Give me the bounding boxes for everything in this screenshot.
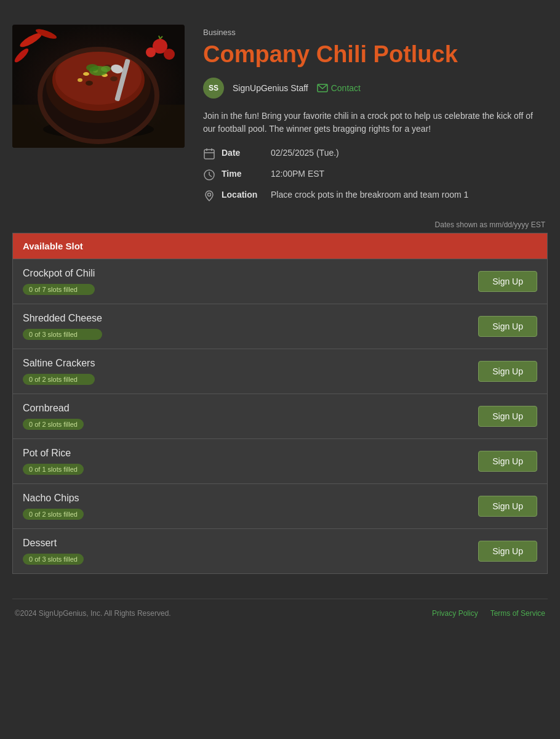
organizer-name: SignUpGenius Staff xyxy=(233,83,308,93)
event-title: Company Chili Potluck xyxy=(203,42,548,68)
sign-up-button[interactable]: Sign Up xyxy=(478,406,537,427)
event-description: Join in the fun! Bring your favorite chi… xyxy=(203,110,548,135)
svg-rect-29 xyxy=(204,150,214,159)
event-image-container xyxy=(12,25,185,148)
footer: ©2024 SignUpGenius, Inc. All Rights Rese… xyxy=(12,599,548,628)
slot-name: Saltine Crackers xyxy=(23,358,95,369)
terms-of-service-link[interactable]: Terms of Service xyxy=(490,609,545,618)
slot-row: Saltine Crackers 0 of 2 slots filled Sig… xyxy=(13,349,548,394)
event-header: Business Company Chili Potluck SS SignUp… xyxy=(12,12,548,202)
svg-point-10 xyxy=(78,78,82,82)
slot-row: Dessert 0 of 3 slots filled Sign Up xyxy=(13,528,548,574)
slot-name: Dessert xyxy=(23,538,84,549)
svg-point-20 xyxy=(164,49,175,60)
slot-badge: 0 of 1 slots filled xyxy=(23,464,84,475)
slot-info: Shredded Cheese 0 of 3 slots filled xyxy=(23,313,102,340)
time-value: 12:00PM EST xyxy=(271,169,324,179)
slot-badge: 0 of 3 slots filled xyxy=(23,554,84,565)
mail-icon xyxy=(317,84,328,92)
svg-point-12 xyxy=(86,81,93,86)
slot-info: Crockpot of Chili 0 of 7 slots filled xyxy=(23,268,95,295)
event-organizer: SS SignUpGenius Staff Contact xyxy=(203,78,548,99)
slot-row: Crockpot of Chili 0 of 7 slots filled Si… xyxy=(13,259,548,304)
calendar-icon xyxy=(203,148,215,160)
privacy-policy-link[interactable]: Privacy Policy xyxy=(432,609,478,618)
slot-name: Crockpot of Chili xyxy=(23,268,95,279)
time-label: Time xyxy=(222,169,265,179)
slot-row: Cornbread 0 of 2 slots filled Sign Up xyxy=(13,394,548,438)
contact-link[interactable]: Contact xyxy=(317,83,361,93)
svg-point-16 xyxy=(101,66,111,72)
slots-header: Available Slot xyxy=(13,233,548,259)
slot-badge: 0 of 7 slots filled xyxy=(23,284,95,295)
slot-row: Nacho Chips 0 of 2 slots filled Sign Up xyxy=(13,483,548,528)
sign-up-button[interactable]: Sign Up xyxy=(478,361,537,382)
slot-name: Nacho Chips xyxy=(23,493,84,504)
location-row: Location Place crock pots in the breakro… xyxy=(203,190,548,202)
slot-info: Dessert 0 of 3 slots filled xyxy=(23,538,84,565)
sign-up-button[interactable]: Sign Up xyxy=(478,496,537,517)
event-details: Date 02/25/2025 (Tue.) Time 12:00PM EST xyxy=(203,148,548,202)
sign-up-button[interactable]: Sign Up xyxy=(478,451,537,472)
contact-label: Contact xyxy=(331,83,361,93)
slot-name: Cornbread xyxy=(23,403,84,414)
event-info: Business Company Chili Potluck SS SignUp… xyxy=(203,25,548,202)
slot-name: Shredded Cheese xyxy=(23,313,102,324)
footer-links: Privacy Policy Terms of Service xyxy=(432,609,545,618)
slot-info: Nacho Chips 0 of 2 slots filled xyxy=(23,493,84,520)
date-value: 02/25/2025 (Tue.) xyxy=(271,148,339,158)
svg-point-15 xyxy=(86,64,98,71)
slot-row: Pot of Rice 0 of 1 slots filled Sign Up xyxy=(13,438,548,483)
sign-up-button[interactable]: Sign Up xyxy=(478,271,537,292)
date-row: Date 02/25/2025 (Tue.) xyxy=(203,148,548,160)
event-image xyxy=(12,25,185,148)
slots-section: Dates shown as mm/dd/yyyy EST Available … xyxy=(12,220,548,574)
slot-badge: 0 of 2 slots filled xyxy=(23,509,84,520)
slot-row: Shredded Cheese 0 of 3 slots filled Sign… xyxy=(13,304,548,349)
event-image-svg xyxy=(12,25,185,148)
organizer-avatar: SS xyxy=(203,78,224,99)
slot-info: Saltine Crackers 0 of 2 slots filled xyxy=(23,358,95,385)
svg-point-36 xyxy=(208,193,211,196)
sign-up-button[interactable]: Sign Up xyxy=(478,541,537,562)
date-label: Date xyxy=(222,148,265,158)
event-category: Business xyxy=(203,28,548,37)
slots-table: Available Slot Crockpot of Chili 0 of 7 … xyxy=(12,233,548,574)
slot-badge: 0 of 2 slots filled xyxy=(23,374,95,385)
svg-point-21 xyxy=(146,47,156,57)
sign-up-button[interactable]: Sign Up xyxy=(478,316,537,337)
location-icon xyxy=(203,190,215,202)
svg-point-13 xyxy=(110,76,118,81)
location-value: Place crock pots in the breakroom and te… xyxy=(271,190,468,200)
dates-note: Dates shown as mm/dd/yyyy EST xyxy=(12,220,548,229)
slot-info: Pot of Rice 0 of 1 slots filled xyxy=(23,448,84,475)
slot-info: Cornbread 0 of 2 slots filled xyxy=(23,403,84,430)
time-row: Time 12:00PM EST xyxy=(203,169,548,181)
slot-badge: 0 of 2 slots filled xyxy=(23,419,84,430)
clock-icon xyxy=(203,169,215,181)
slot-badge: 0 of 3 slots filled xyxy=(23,329,102,340)
svg-line-35 xyxy=(209,175,212,177)
footer-copyright: ©2024 SignUpGenius, Inc. All Rights Rese… xyxy=(15,609,171,618)
location-label: Location xyxy=(222,190,265,200)
slot-name: Pot of Rice xyxy=(23,448,84,459)
svg-point-7 xyxy=(83,72,89,76)
